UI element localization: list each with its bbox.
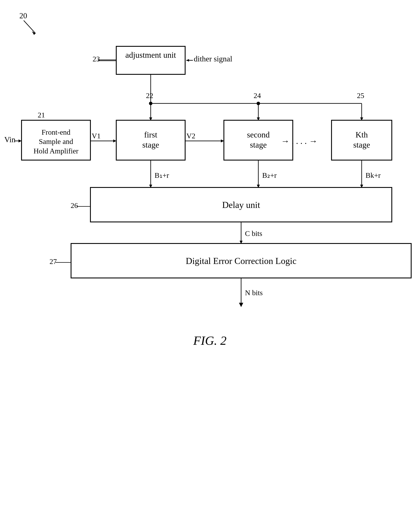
svg-text:Front-end: Front-end <box>42 128 70 136</box>
vin-label: Vin <box>4 135 15 144</box>
v1-label: V1 <box>92 132 101 140</box>
n-bits-label: N bits <box>245 289 263 297</box>
dots: → . . . . → <box>281 136 317 146</box>
svg-marker-5 <box>186 59 189 62</box>
diagram-container: 20 adjustment unit 23 dither signal <box>0 0 420 518</box>
svg-marker-25 <box>113 139 116 142</box>
svg-text:Kth: Kth <box>356 130 368 139</box>
svg-text:Digital Error Correction Logic: Digital Error Correction Logic <box>186 256 296 266</box>
svg-marker-21 <box>19 139 22 142</box>
c-bits-label: C bits <box>245 230 262 238</box>
ref-23: 23 <box>93 55 100 63</box>
ref-20: 20 <box>19 11 27 20</box>
svg-text:stage: stage <box>250 140 267 149</box>
adjustment-unit-label: adjustment unit <box>125 50 176 60</box>
svg-text:Hold Amplifier: Hold Amplifier <box>34 147 79 155</box>
svg-marker-45 <box>239 303 243 307</box>
svg-text:stage: stage <box>142 140 159 149</box>
bkr-label: Bk+r <box>366 171 381 179</box>
figure-label: FIG. 2 <box>193 333 227 348</box>
ref-26: 26 <box>71 201 78 209</box>
svg-text:first: first <box>144 130 157 139</box>
svg-text:stage: stage <box>353 140 370 149</box>
v2-label: V2 <box>187 132 195 140</box>
svg-text:Delay unit: Delay unit <box>222 200 260 210</box>
ref-21: 21 <box>38 111 45 119</box>
svg-marker-29 <box>221 139 224 142</box>
svg-line-0 <box>24 21 36 33</box>
svg-text:Sample and: Sample and <box>39 138 73 146</box>
ref-27: 27 <box>50 257 57 265</box>
svg-text:second: second <box>247 130 270 139</box>
ref-25: 25 <box>357 92 364 100</box>
ref-22: 22 <box>146 92 153 100</box>
ref-24: 24 <box>254 92 261 100</box>
dither-signal-label: dither signal <box>194 54 232 63</box>
b2r-label: B₂+r <box>262 171 277 179</box>
b1r-label: B₁+r <box>155 171 169 179</box>
